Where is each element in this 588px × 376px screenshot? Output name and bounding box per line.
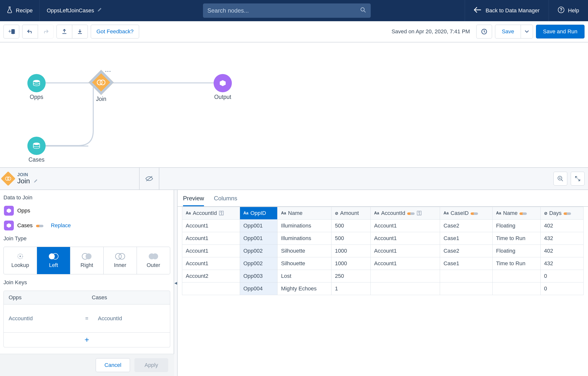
table-cell xyxy=(370,282,440,295)
expand-button[interactable] xyxy=(571,172,585,186)
undo-button[interactable] xyxy=(22,25,38,38)
table-cell: Account1 xyxy=(182,220,240,232)
column-header[interactable]: AaName xyxy=(493,207,540,220)
preview-tabs: Preview Columns xyxy=(178,190,588,207)
cancel-button[interactable]: Cancel xyxy=(96,358,130,372)
download-button[interactable] xyxy=(72,25,88,38)
replace-link[interactable]: Replace xyxy=(51,222,71,229)
table-row[interactable]: Opp004Mighty Echoes10 xyxy=(182,282,584,295)
table-cell: Case1 xyxy=(440,232,493,245)
node-join[interactable]: Join xyxy=(89,71,113,102)
table-cell: Account1 xyxy=(182,257,240,270)
join-type-left[interactable]: Left xyxy=(37,247,70,274)
table-row[interactable]: Account1Opp002Silhouette1000Account1Case… xyxy=(182,245,584,257)
table-cell: Case2 xyxy=(440,220,493,232)
table-cell: Opp003 xyxy=(240,270,277,282)
help-link[interactable]: ? Help xyxy=(549,0,588,21)
search-icon[interactable] xyxy=(360,7,366,15)
svg-point-28 xyxy=(86,253,92,259)
column-header[interactable]: ⊘Days xyxy=(540,207,583,220)
zoom-preview-button[interactable] xyxy=(553,172,567,186)
table-cell: 402 xyxy=(540,220,583,232)
table-cell: Mighty Echoes xyxy=(277,282,331,295)
tab-columns[interactable]: Columns xyxy=(214,195,237,206)
column-header[interactable]: AaName xyxy=(277,207,331,220)
table-cell: Opp001 xyxy=(240,232,277,245)
table-cell: 250 xyxy=(331,270,371,282)
table-cell: Account1 xyxy=(370,245,440,257)
table-cell: Silhouette xyxy=(277,257,331,270)
apply-button[interactable]: Apply xyxy=(134,358,168,372)
join-type-lookup[interactable]: Lookup xyxy=(4,247,37,274)
column-header[interactable]: ⊘Amount xyxy=(331,207,371,220)
data-to-join-label: Data to Join xyxy=(3,194,170,201)
collapse-handle[interactable]: ◂ xyxy=(174,190,178,376)
toolbar: + Got Feedback? Saved on Apr 20, 2020, 7… xyxy=(0,21,588,42)
join-type-selector: Lookup Left Right Inner Outer xyxy=(3,247,170,274)
table-cell: 500 xyxy=(331,220,371,232)
table-cell: 432 xyxy=(540,232,583,245)
add-key-button[interactable]: + xyxy=(3,333,170,347)
tab-preview[interactable]: Preview xyxy=(183,195,204,206)
join-type-right[interactable]: Right xyxy=(70,247,103,274)
svg-marker-21 xyxy=(7,208,11,213)
search-input[interactable] xyxy=(207,7,360,14)
output-icon xyxy=(4,206,14,216)
table-row[interactable]: Account1Opp002Silhouette1000Account1Case… xyxy=(182,257,584,270)
svg-point-10 xyxy=(97,80,102,85)
arrow-left-icon xyxy=(474,7,481,14)
save-and-run-button[interactable]: Save and Run xyxy=(536,25,585,38)
table-cell: Account1 xyxy=(370,220,440,232)
flask-icon xyxy=(7,6,12,15)
svg-marker-12 xyxy=(220,80,226,86)
table-cell xyxy=(493,270,540,282)
add-node-button[interactable]: + xyxy=(3,25,19,38)
node-output[interactable]: Output xyxy=(214,74,232,100)
join-type-outer[interactable]: Outer xyxy=(137,247,170,274)
table-row[interactable]: Account1Opp001Illuminations500Account1Ca… xyxy=(182,220,584,232)
svg-text:+: + xyxy=(8,28,11,34)
history-button[interactable] xyxy=(476,25,492,38)
join-type-inner[interactable]: Inner xyxy=(103,247,137,274)
table-cell xyxy=(182,282,240,295)
table-cell: 1000 xyxy=(331,245,371,257)
pencil-icon[interactable] xyxy=(97,7,102,14)
hide-node-toggle[interactable] xyxy=(139,168,159,189)
table-cell xyxy=(440,270,493,282)
node-opps[interactable]: Opps xyxy=(27,74,46,100)
redo-button[interactable] xyxy=(38,25,54,38)
table-cell: 500 xyxy=(331,232,371,245)
join-icon xyxy=(89,70,114,95)
column-header[interactable]: AaAccountId⚿ xyxy=(182,207,240,220)
search-nodes-box[interactable] xyxy=(203,3,371,18)
graph-canvas[interactable]: Opps ... Join Output Cases xyxy=(0,42,588,168)
svg-point-29 xyxy=(115,253,121,259)
save-button[interactable]: Save xyxy=(495,25,521,38)
table-cell: Silhouette xyxy=(277,245,331,257)
table-cell xyxy=(440,282,493,295)
help-icon: ? xyxy=(558,6,565,15)
join-key-row[interactable]: AccountId = AccountId xyxy=(3,304,170,333)
upload-button[interactable] xyxy=(56,25,72,38)
save-dropdown-button[interactable] xyxy=(521,25,533,38)
pencil-icon[interactable] xyxy=(33,177,38,185)
feedback-button[interactable]: Got Feedback? xyxy=(91,25,139,38)
table-cell: 1000 xyxy=(331,257,371,270)
table-cell: Opp002 xyxy=(240,257,277,270)
node-cases[interactable]: Cases xyxy=(27,137,46,163)
table-cell: 432 xyxy=(540,257,583,270)
svg-text:?: ? xyxy=(560,7,562,12)
table-row[interactable]: Account2Opp003Lost2500 xyxy=(182,270,584,282)
svg-point-25 xyxy=(49,253,55,259)
config-footer: Cancel Apply xyxy=(0,354,174,376)
column-header[interactable]: AaCaseID xyxy=(440,207,493,220)
column-header[interactable]: AaAccountId⚿ xyxy=(370,207,440,220)
key-right: AccountId xyxy=(93,315,170,322)
table-cell: Illuminations xyxy=(277,232,331,245)
table-cell: Lost xyxy=(277,270,331,282)
table-row[interactable]: Account1Opp001Illuminations500Account1Ca… xyxy=(182,232,584,245)
recipe-title-slot[interactable]: OppsLeftJoinCases xyxy=(40,0,109,21)
table-cell: Case2 xyxy=(440,245,493,257)
column-header[interactable]: AaOppID xyxy=(240,207,277,220)
back-to-data-manager[interactable]: Back to Data Manager xyxy=(465,0,549,21)
